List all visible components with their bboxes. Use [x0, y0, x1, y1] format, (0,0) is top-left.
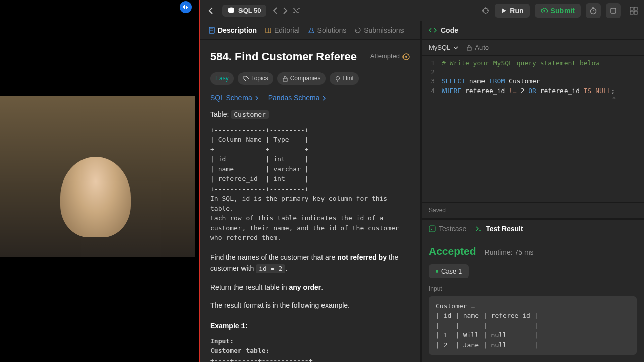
tab-test-result[interactable]: Test Result: [475, 225, 523, 233]
svg-rect-13: [611, 8, 616, 13]
result-panel: Testcase Test Result Accepted Runtime: 7…: [422, 218, 644, 363]
svg-rect-16: [630, 11, 633, 14]
svg-rect-15: [634, 7, 637, 10]
companies-tag[interactable]: Companies: [277, 72, 326, 85]
tab-solutions[interactable]: Solutions: [308, 26, 347, 34]
problem-statement-2: Return the result table in any order.: [210, 282, 410, 293]
code-editor[interactable]: 1# Write your MySQL query statement belo…: [422, 56, 644, 202]
result-status: Accepted: [429, 245, 476, 257]
saved-indicator: Saved: [422, 202, 644, 218]
app-panel: SQL 50 Run Submit: [200, 0, 644, 362]
next-problem-button[interactable]: [282, 7, 288, 14]
difficulty-tag: Easy: [210, 72, 234, 85]
code-icon: [429, 27, 437, 34]
run-button[interactable]: Run: [495, 4, 529, 18]
tab-testcase[interactable]: Testcase: [429, 225, 466, 233]
history-icon: [354, 27, 361, 34]
terminal-icon: [475, 225, 482, 232]
svg-rect-14: [630, 7, 633, 10]
tag-icon: [243, 76, 249, 82]
attempted-icon: [403, 53, 410, 60]
notes-button[interactable]: [606, 3, 621, 18]
book-icon: [265, 27, 272, 34]
svg-rect-27: [467, 47, 471, 50]
case-button[interactable]: Case 1: [429, 264, 469, 278]
problem-statement-1: Find the names of the customer that are …: [210, 252, 410, 275]
code-header-label: Code: [441, 26, 458, 34]
pandas-schema-link[interactable]: Pandas Schema: [268, 92, 327, 103]
webcam-feed: [0, 96, 195, 257]
attempted-badge: Attempted: [370, 51, 410, 62]
run-label: Run: [510, 7, 523, 15]
timer-button[interactable]: [586, 3, 601, 18]
sql-schema-link[interactable]: SQL Schema: [210, 92, 259, 103]
play-icon: [501, 8, 507, 14]
collection-label: SQL 50: [238, 7, 261, 14]
table-label: Table: Customer: [210, 109, 410, 120]
submit-label: Submit: [551, 7, 575, 15]
check-box-icon: [429, 225, 436, 232]
svg-rect-2: [186, 6, 187, 9]
tab-editorial[interactable]: Editorial: [265, 26, 300, 34]
layout-button[interactable]: [630, 7, 638, 15]
hint-tag[interactable]: Hint: [330, 72, 358, 85]
collection-pill[interactable]: SQL 50: [222, 5, 266, 17]
input-label: Input: [429, 285, 637, 292]
submit-button[interactable]: Submit: [535, 4, 581, 18]
description-content[interactable]: 584. Find Customer Referee Attempted Eas…: [200, 40, 420, 362]
svg-rect-3: [187, 7, 188, 8]
bulb-icon: [335, 76, 341, 82]
svg-rect-28: [429, 226, 435, 232]
top-bar: SQL 50 Run Submit: [200, 0, 644, 21]
svg-rect-17: [634, 11, 637, 14]
shuffle-button[interactable]: [292, 7, 300, 14]
cloud-upload-icon: [541, 8, 548, 14]
code-header: Code: [422, 21, 644, 40]
svg-point-22: [405, 56, 407, 58]
debug-icon[interactable]: [481, 7, 490, 15]
lock-icon: [466, 45, 472, 51]
audio-indicator-icon: [180, 1, 192, 13]
svg-rect-1: [184, 5, 185, 9]
table-schema-block: +-------------+---------+ | Column Name …: [210, 125, 410, 243]
database-icon: [227, 7, 235, 15]
tab-description[interactable]: Description: [208, 26, 257, 34]
svg-rect-23: [283, 78, 287, 81]
description-panel: Description Editorial Solutions Submissi…: [200, 21, 422, 362]
chevron-down-icon: [453, 46, 458, 50]
text-cursor-icon: ⌖: [612, 94, 616, 103]
language-selector[interactable]: MySQL: [429, 44, 458, 51]
table-name: Customer: [231, 110, 269, 119]
example-block: Input: Customer table: +----+------+----…: [210, 336, 410, 362]
topics-tag[interactable]: Topics: [238, 72, 273, 85]
code-panel: Code MySQL Auto 1# Write your MySQL quer…: [422, 21, 644, 362]
input-data-box: Customer = | id | name | referee_id | | …: [429, 296, 637, 355]
problem-statement-3: The result format is in the following ex…: [210, 300, 410, 311]
back-icon[interactable]: [206, 6, 216, 16]
auto-toggle[interactable]: Auto: [466, 44, 489, 51]
tab-submissions[interactable]: Submissions: [354, 26, 404, 34]
svg-rect-0: [183, 6, 184, 8]
lock-icon: [282, 76, 288, 82]
video-panel: [0, 0, 200, 362]
flask-icon: [308, 27, 315, 34]
result-runtime: Runtime: 75 ms: [485, 248, 534, 256]
example-header: Example 1:: [210, 320, 410, 331]
description-tabs: Description Editorial Solutions Submissi…: [200, 21, 420, 40]
svg-point-24: [336, 76, 340, 80]
prev-problem-button[interactable]: [272, 7, 278, 14]
problem-title: 584. Find Customer Referee: [210, 48, 357, 65]
status-dot-icon: [436, 270, 438, 273]
description-icon: [208, 27, 215, 34]
